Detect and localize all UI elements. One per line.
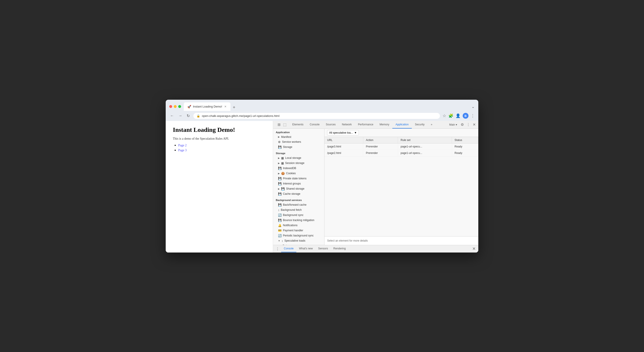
- tab-title: Instant Loading Demo!: [193, 105, 222, 108]
- traffic-lights: [169, 105, 181, 108]
- devtools-inspect-icon[interactable]: ⬚: [282, 121, 288, 128]
- tab-sources[interactable]: Sources: [323, 121, 339, 128]
- tab-security[interactable]: Security: [412, 121, 428, 128]
- page3-link[interactable]: Page 3: [178, 149, 187, 152]
- tab-application[interactable]: Application: [392, 121, 412, 128]
- col-status: Status: [452, 137, 478, 143]
- back-button[interactable]: ←: [169, 113, 175, 119]
- bottom-menu-button[interactable]: ⋮: [276, 247, 279, 251]
- dropdown-arrow-icon: ▼: [354, 131, 357, 134]
- devtools-panel: ⊞ ⬚ Elements Console Sources Network Per…: [273, 121, 478, 253]
- close-traffic-light[interactable]: [169, 105, 172, 108]
- window-menu-button[interactable]: ⌄: [472, 104, 475, 109]
- filter-label: All speculative loa...: [329, 131, 353, 134]
- tab-close-button[interactable]: ×: [224, 104, 227, 109]
- table-cell-action: Prerender: [363, 143, 398, 150]
- sidebar-item-background-fetch[interactable]: ↕ Background fetch: [273, 207, 324, 213]
- expand-arrow-icon: ▶: [278, 188, 280, 190]
- tab-elements[interactable]: Elements: [289, 121, 306, 128]
- sidebar-item-background-sync[interactable]: 🔄 Background sync: [273, 213, 324, 218]
- page-links-list: Page 2 Page 3: [173, 143, 266, 152]
- tab-more[interactable]: »: [428, 121, 436, 128]
- sidebar-item-shared-storage[interactable]: ▶ 💾 Shared storage: [273, 186, 324, 191]
- sidebar-item-notifications[interactable]: 🔔 Notifications: [273, 223, 324, 228]
- panel-toolbar: All speculative loa... ▼: [324, 129, 478, 137]
- bottom-close-button[interactable]: ✕: [472, 246, 476, 251]
- bottom-tab-rendering[interactable]: Rendering: [331, 245, 348, 252]
- sidebar-item-label: Background sync: [283, 214, 304, 217]
- sidebar-section-bg-services: Background services: [273, 197, 324, 202]
- browser-window: 🚀 Instant Loading Demo! × + ⌄ ← → ↻ 🔒 op…: [166, 100, 478, 253]
- bottom-tab-console[interactable]: Console: [281, 245, 296, 252]
- tab-favicon: 🚀: [187, 105, 191, 108]
- sidebar-item-label: Storage: [283, 145, 292, 149]
- speculative-loads-icon: ↕: [282, 239, 283, 243]
- sidebar-item-speculative-loads[interactable]: ▼ ↕ Speculative loads: [273, 238, 324, 243]
- avatar-button[interactable]: B: [463, 113, 468, 119]
- table-row[interactable]: /page3.htmlPrerenderpage1-url-specu...Re…: [324, 143, 478, 150]
- bottom-tab-whats-new[interactable]: What's new: [296, 245, 316, 252]
- bottom-tab-sensors[interactable]: Sensors: [316, 245, 331, 252]
- sidebar-item-local-storage[interactable]: ▶ ▦ Local storage: [273, 155, 324, 161]
- minimize-traffic-light[interactable]: [174, 105, 177, 108]
- context-selector[interactable]: Main ▾: [448, 123, 459, 126]
- tab-network[interactable]: Network: [339, 121, 355, 128]
- page-title: Instant Loading Demo!: [173, 126, 266, 133]
- devtools-sidebar: Application ▶ Manifest ⚙ Service workers…: [273, 129, 324, 245]
- sidebar-item-rules[interactable]: ↕ Rules: [273, 243, 324, 245]
- devtools-settings-icon[interactable]: ⚙: [460, 121, 465, 128]
- sidebar-item-private-state-tokens[interactable]: 💾 Private state tokens: [273, 176, 324, 181]
- tab-memory[interactable]: Memory: [376, 121, 392, 128]
- bookmark-button[interactable]: ☆: [442, 113, 446, 118]
- session-storage-icon: ▦: [281, 161, 284, 165]
- expand-arrow-icon: ▶: [278, 172, 280, 175]
- sidebar-item-storage[interactable]: 💾 Storage: [273, 145, 324, 150]
- reload-button[interactable]: ↻: [186, 113, 191, 119]
- tab-performance[interactable]: Performance: [355, 121, 376, 128]
- forward-button[interactable]: →: [178, 113, 183, 119]
- address-bar[interactable]: 🔒 open-chalk-asparagus.glitch.me/page1-u…: [194, 113, 440, 119]
- table-row[interactable]: /page2.htmlPrerenderpage1-url-specu...Re…: [324, 150, 478, 156]
- sidebar-item-cookies[interactable]: ▶ 🍪 Cookies: [273, 171, 324, 176]
- sidebar-item-indexeddb[interactable]: 💾 IndexedDB: [273, 166, 324, 171]
- page2-link[interactable]: Page 2: [178, 144, 187, 147]
- col-action: Action: [363, 137, 398, 143]
- new-tab-button[interactable]: +: [231, 104, 237, 111]
- page-description: This is a demo of the Speculation Rules …: [173, 137, 266, 141]
- sidebar-item-interest-groups[interactable]: 💾 Interest groups: [273, 181, 324, 186]
- page-content: Instant Loading Demo! This is a demo of …: [166, 121, 273, 253]
- sidebar-item-label: Session storage: [285, 161, 304, 165]
- devtools-dock-icon[interactable]: ⊞: [277, 121, 281, 128]
- table-cell-action: Prerender: [363, 150, 398, 156]
- sidebar-item-payment-handler[interactable]: 💳 Payment handler: [273, 228, 324, 233]
- filter-dropdown[interactable]: All speculative loa... ▼: [327, 130, 359, 135]
- sidebar-item-manifest[interactable]: ▶ Manifest: [273, 134, 324, 139]
- active-tab[interactable]: 🚀 Instant Loading Demo! ×: [184, 102, 230, 111]
- devtools-body: Application ▶ Manifest ⚙ Service workers…: [273, 129, 478, 245]
- menu-button[interactable]: ⋮: [471, 113, 475, 118]
- tab-console[interactable]: Console: [306, 121, 323, 128]
- title-bar: 🚀 Instant Loading Demo! × + ⌄: [166, 100, 478, 111]
- extensions-button[interactable]: 🧩: [448, 113, 453, 118]
- sidebar-item-label: Back/forward cache: [283, 203, 306, 206]
- devtools-close-icon[interactable]: ✕: [472, 121, 476, 128]
- sidebar-item-label: Service workers: [282, 140, 301, 143]
- sidebar-item-back-forward-cache[interactable]: 💾 Back/forward cache: [273, 202, 324, 207]
- sidebar-item-periodic-bg-sync[interactable]: 🔄 Periodic background sync: [273, 233, 324, 238]
- sidebar-item-service-workers[interactable]: ⚙ Service workers: [273, 139, 324, 145]
- devtools-more-icon[interactable]: ⋮: [466, 121, 471, 128]
- table-cell-url: /page2.html: [324, 150, 363, 156]
- details-text: Select an element for more details: [327, 239, 368, 242]
- sidebar-item-cache-storage[interactable]: 💾 Cache storage: [273, 191, 324, 197]
- profile-button[interactable]: 👤: [456, 113, 460, 118]
- payment-handler-icon: 💳: [278, 229, 282, 232]
- sidebar-item-bounce-tracking[interactable]: 💾 Bounce tracking mitigation: [273, 218, 324, 223]
- browser-body: Instant Loading Demo! This is a demo of …: [166, 121, 478, 253]
- col-rule-set: Rule set: [398, 137, 452, 143]
- table-cell-rule_set: page1-url-specu...: [398, 150, 452, 156]
- devtools-icons: ⊞ ⬚: [275, 121, 289, 128]
- sidebar-item-session-storage[interactable]: ▶ ▦ Session storage: [273, 161, 324, 166]
- local-storage-icon: ▦: [281, 156, 284, 160]
- maximize-traffic-light[interactable]: [178, 105, 181, 108]
- sidebar-item-label: Local storage: [285, 156, 301, 159]
